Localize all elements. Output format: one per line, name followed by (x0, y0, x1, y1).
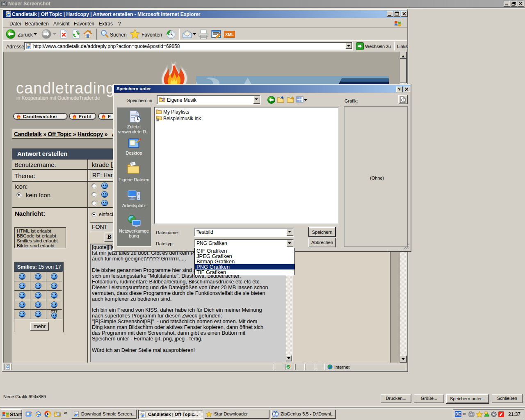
svg-text:XML: XML (225, 32, 234, 37)
svg-text:Z: Z (274, 412, 277, 416)
svg-text:?: ? (398, 87, 401, 92)
